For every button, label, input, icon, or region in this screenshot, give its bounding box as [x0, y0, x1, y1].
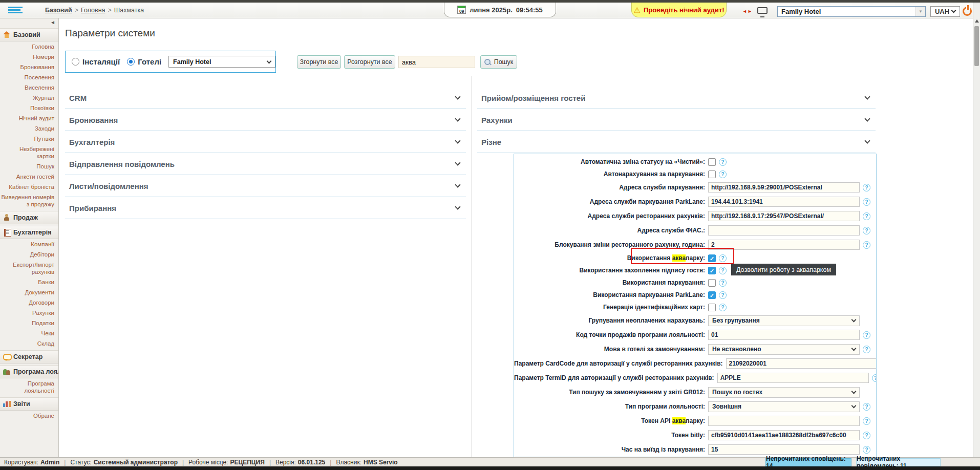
help-icon[interactable]: ? — [863, 198, 870, 206]
sidebar-item[interactable]: Виселення — [0, 82, 58, 93]
radio-installations[interactable] — [72, 58, 79, 66]
sidebar-section-header[interactable]: Програма лояльності — [0, 365, 58, 378]
sidebar-item[interactable]: Номери — [0, 52, 58, 62]
checkbox[interactable]: ✓ — [708, 291, 716, 299]
sidebar-item[interactable]: Заходи — [0, 123, 58, 134]
select-field[interactable]: Не встановлено — [708, 344, 860, 355]
accordion-section-header[interactable]: Бухгалтерія — [65, 131, 466, 153]
scroll-thumb[interactable] — [974, 26, 979, 66]
sidebar-item[interactable]: Нічний аудит — [0, 113, 58, 123]
sidebar-section-header[interactable]: Звіти — [0, 397, 58, 411]
checkbox[interactable]: ✓ — [708, 267, 716, 274]
text-field[interactable] — [708, 182, 860, 193]
sidebar-item[interactable]: Експорт/Імпорт рахунків — [0, 260, 58, 277]
accordion-section-header[interactable]: Різне — [477, 131, 876, 153]
help-icon[interactable]: ? — [863, 227, 870, 234]
sidebar-item[interactable]: Кабінет броніста — [0, 182, 58, 192]
sidebar-item[interactable]: Обране — [0, 411, 58, 421]
currency-selector[interactable]: UAH — [930, 6, 960, 17]
sidebar-item[interactable]: Податки — [0, 318, 58, 328]
hotel-selector[interactable]: Family Hotel ▼ — [777, 6, 926, 17]
help-icon[interactable]: ? — [863, 403, 870, 411]
checkbox[interactable] — [708, 304, 716, 311]
accordion-section-header[interactable]: Прийом/розміщення гостей — [477, 87, 876, 109]
sidebar-item[interactable]: Компанії — [0, 239, 58, 249]
swap-arrows-icon[interactable]: ◄► — [742, 9, 753, 14]
unread-messages-badge[interactable]: Непрочитаних повідомлень: 11 — [856, 458, 941, 466]
scroll-up-arrow[interactable] — [975, 19, 979, 23]
sidebar-section-header[interactable]: Базовий — [0, 28, 58, 41]
night-audit-warning[interactable]: ⚠ Проведіть нічний аудит! — [631, 3, 727, 17]
sidebar-item[interactable]: Бронювання — [0, 62, 58, 72]
text-field[interactable] — [708, 240, 860, 250]
accordion-section-header[interactable]: Прибирання — [65, 197, 466, 219]
sidebar-item[interactable]: Рахунки — [0, 308, 58, 318]
text-field[interactable] — [726, 358, 877, 369]
help-icon[interactable]: ? — [719, 267, 727, 274]
text-field[interactable] — [708, 225, 860, 236]
sidebar-section-header[interactable]: Секретар — [0, 350, 58, 364]
help-icon[interactable]: ? — [863, 417, 870, 425]
accordion-section-header[interactable]: CRM — [65, 87, 466, 109]
radio-hotels[interactable] — [127, 58, 135, 66]
help-icon[interactable]: ? — [719, 291, 727, 299]
help-icon[interactable]: ? — [863, 212, 870, 220]
select-field[interactable]: Без групування — [708, 315, 860, 326]
accordion-section-header[interactable]: Бронювання — [65, 109, 466, 131]
sidebar-item[interactable]: Банки — [0, 277, 58, 287]
help-icon[interactable]: ? — [872, 374, 877, 382]
help-icon[interactable]: ? — [863, 346, 870, 353]
help-icon[interactable]: ? — [863, 331, 870, 339]
accordion-section-header[interactable]: Відправлення повідомлень — [65, 153, 466, 175]
breadcrumb-link-base[interactable]: Базовий — [45, 7, 72, 14]
sidebar-item[interactable]: Поселення — [0, 72, 58, 82]
search-button[interactable]: Пошук — [480, 55, 517, 69]
checkbox[interactable]: ✓ — [708, 254, 716, 262]
sidebar-item[interactable]: Журнал — [0, 93, 58, 103]
radio-hotels-label[interactable]: Готелі — [138, 57, 161, 66]
text-field[interactable] — [708, 330, 860, 340]
select-field[interactable]: Пошук по гостях — [708, 387, 860, 398]
text-field[interactable] — [708, 444, 860, 455]
sidebar-item[interactable]: Анкети гостей — [0, 172, 58, 182]
sidebar-section-header[interactable]: Бухгалтерія — [0, 226, 58, 239]
sidebar-item[interactable]: Договори — [0, 297, 58, 308]
sidebar-item[interactable]: Путівки — [0, 134, 58, 144]
date-time-widget[interactable]: 09 липня 2025р. 09:54:55 — [444, 3, 556, 17]
radio-installations-label[interactable]: Інсталяції — [82, 57, 120, 66]
text-field[interactable] — [708, 197, 860, 207]
accordion-section-header[interactable]: Листи/повідомлення — [65, 175, 466, 197]
unread-notifications-badge[interactable]: Непрочитаних сповіщень: 14 — [765, 458, 851, 466]
vertical-scrollbar[interactable] — [973, 3, 980, 470]
sidebar-item[interactable]: Чеки — [0, 328, 58, 338]
expand-all-button[interactable]: Розгорнути все — [344, 55, 395, 69]
monitor-icon[interactable] — [757, 7, 768, 14]
sidebar-item[interactable]: Склад — [0, 338, 58, 349]
hamburger-menu-icon[interactable] — [8, 6, 23, 15]
help-icon[interactable]: ? — [719, 170, 727, 178]
hotel-filter-select[interactable]: Family Hotel — [168, 56, 275, 68]
search-input[interactable] — [398, 56, 475, 68]
text-field[interactable] — [708, 211, 860, 221]
text-field[interactable] — [717, 373, 869, 383]
text-field[interactable] — [708, 430, 860, 440]
sidebar-collapse-arrow[interactable]: ◄ — [0, 18, 58, 27]
checkbox[interactable] — [708, 170, 716, 178]
sidebar-item[interactable]: Виведення номерів з продажу — [0, 192, 58, 209]
power-button[interactable] — [963, 7, 972, 16]
sidebar-item[interactable]: Головна — [0, 41, 58, 52]
checkbox[interactable] — [708, 279, 716, 287]
help-icon[interactable]: ? — [719, 279, 727, 287]
sidebar-item[interactable]: Покоївки — [0, 103, 58, 113]
sidebar-item[interactable]: Документи — [0, 287, 58, 297]
sidebar-item[interactable]: Незбережені картки — [0, 144, 58, 161]
help-icon[interactable]: ? — [719, 158, 727, 166]
collapse-all-button[interactable]: Згорнути все — [297, 55, 341, 69]
help-icon[interactable]: ? — [719, 304, 727, 311]
sidebar-item[interactable]: Дебітори — [0, 249, 58, 260]
select-field[interactable]: Зовнішня — [708, 401, 860, 412]
help-icon[interactable]: ? — [863, 184, 870, 191]
dropdown-arrow-icon[interactable]: ▼ — [915, 7, 925, 16]
breadcrumb-link-home[interactable]: Головна — [81, 7, 105, 14]
sidebar-item[interactable]: Пошук — [0, 161, 58, 172]
